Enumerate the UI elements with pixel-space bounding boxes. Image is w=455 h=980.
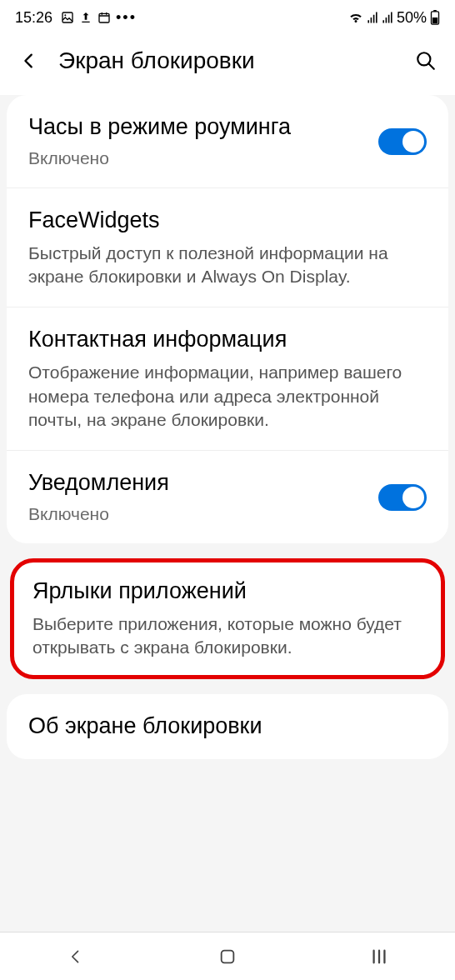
roaming-clock-toggle[interactable] [378,128,427,155]
upload-icon [79,11,92,24]
page-title: Экран блокировки [58,48,397,74]
item-title: Контактная информация [28,326,427,354]
item-subtitle: Включено [28,147,365,169]
item-contact-info[interactable]: Контактная информация Отображение информ… [7,308,448,451]
item-title: Уведомления [28,469,365,498]
chevron-left-icon [20,52,38,70]
search-icon [415,50,437,72]
item-description: Отображение информации, например вашего … [28,361,427,432]
more-icon: ••• [116,9,137,27]
settings-card-2: Об экране блокировки [7,694,448,759]
item-notifications[interactable]: Уведомления Включено [7,451,448,543]
svg-rect-0 [62,12,72,22]
search-button[interactable] [412,47,440,75]
image-icon [61,11,74,24]
nav-back-button[interactable] [42,940,109,973]
item-title: FaceWidgets [28,207,427,235]
chevron-left-icon [68,948,84,965]
item-title: Ярлыки приложений [32,578,422,606]
item-about[interactable]: Об экране блокировки [7,694,448,759]
svg-point-1 [64,14,66,16]
item-description: Выберите приложения, которые можно будет… [32,612,422,660]
battery-percent: 50% [397,9,427,27]
highlighted-item: Ярлыки приложений Выберите приложения, к… [10,558,445,678]
item-title: Часы в режиме роуминга [28,113,365,142]
navigation-bar [0,932,455,980]
status-time: 15:26 [15,9,52,27]
nav-recents-button[interactable] [346,940,412,973]
signal2-icon [382,11,393,24]
notifications-toggle[interactable] [378,484,427,511]
item-title: Об экране блокировки [28,712,427,741]
header: Экран блокировки [0,35,455,95]
signal1-icon [367,11,378,24]
item-description: Быстрый доступ к полезной информации на … [28,242,427,289]
wifi-icon [348,11,363,24]
item-subtitle: Включено [28,502,365,525]
calendar-icon [98,11,111,24]
nav-home-button[interactable] [194,940,261,973]
item-facewidgets[interactable]: FaceWidgets Быстрый доступ к полезной ин… [7,188,448,308]
svg-rect-2 [99,13,109,22]
status-bar: 15:26 ••• 50% [0,0,455,35]
svg-rect-5 [432,18,438,23]
svg-rect-7 [222,950,234,962]
bars-icon [370,948,388,965]
status-notif-icons: ••• [61,9,137,27]
back-button[interactable] [15,47,43,75]
square-icon [218,948,237,966]
svg-rect-4 [433,10,437,12]
item-app-shortcuts[interactable]: Ярлыки приложений Выберите приложения, к… [14,562,441,674]
settings-card-1: Часы в режиме роуминга Включено FaceWidg… [7,95,448,543]
battery-icon [430,10,440,25]
item-roaming-clock[interactable]: Часы в режиме роуминга Включено [7,95,448,188]
